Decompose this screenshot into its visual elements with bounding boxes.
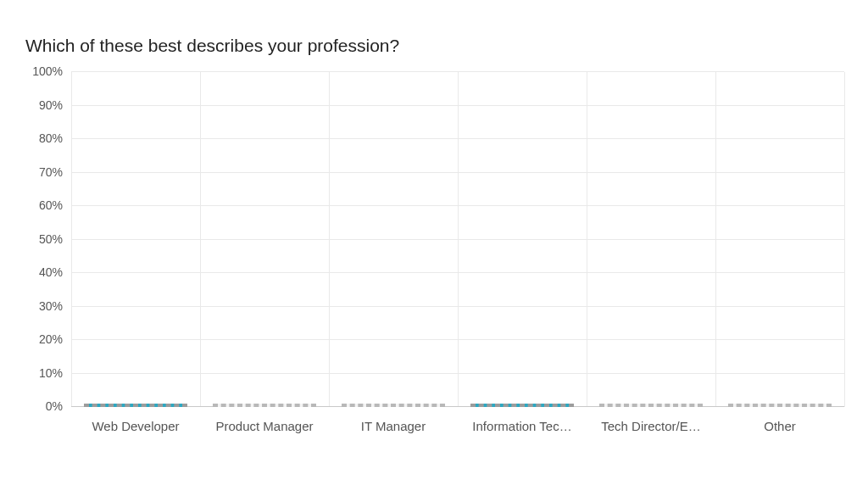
bar-other: [728, 404, 832, 407]
bar-information-tech: [470, 404, 574, 407]
x-tick-label: Product Manager: [200, 419, 329, 433]
grid-line-v: [71, 72, 72, 407]
x-tick-label: Tech Director/E…: [587, 419, 715, 433]
y-tick-label: 20%: [39, 332, 63, 346]
chart-title: Which of these best describes your profe…: [25, 36, 399, 56]
y-tick-label: 40%: [39, 265, 63, 279]
y-tick-label: 10%: [39, 366, 63, 380]
y-tick-label: 50%: [39, 232, 63, 246]
grid-line-v: [844, 72, 845, 407]
bar-product-manager: [213, 404, 316, 407]
y-tick-label: 100%: [32, 64, 63, 78]
y-tick-label: 60%: [39, 198, 63, 212]
y-tick-label: 30%: [39, 299, 63, 313]
bar-web-developer: [84, 404, 187, 407]
chart: 0% 10% 20% 30% 40% 50% 60% 70% 80% 90% 1…: [71, 72, 844, 407]
grid-line-v: [715, 72, 716, 407]
bar-it-manager: [342, 404, 445, 407]
x-tick-label: Information Tec…: [458, 419, 587, 433]
x-tick-label: IT Manager: [329, 419, 458, 433]
grid-line-v: [587, 72, 587, 407]
bar-tech-director: [599, 404, 703, 407]
x-tick-label: Web Developer: [71, 419, 200, 433]
grid-line-v: [200, 72, 201, 407]
x-tick-label: Other: [715, 419, 844, 433]
grid-line-v: [458, 72, 459, 407]
y-tick-label: 90%: [39, 98, 63, 112]
y-tick-label: 0%: [46, 399, 63, 413]
y-tick-label: 80%: [39, 131, 63, 145]
grid-line-v: [329, 72, 330, 407]
y-tick-label: 70%: [39, 165, 63, 179]
